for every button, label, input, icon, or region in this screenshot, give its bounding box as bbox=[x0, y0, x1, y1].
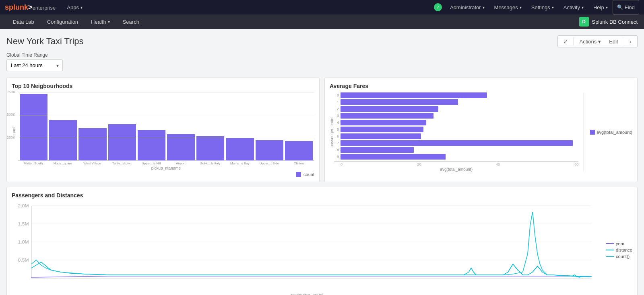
bar-hudson bbox=[49, 120, 77, 160]
hbar-x-axis-label: avg(total_amount) bbox=[334, 167, 578, 172]
bar-west-village bbox=[78, 128, 106, 160]
nav-data-lab[interactable]: Data Lab bbox=[6, 14, 41, 29]
divider bbox=[574, 37, 574, 45]
time-range-label: Global Time Range bbox=[6, 52, 638, 58]
legend-color bbox=[590, 130, 595, 135]
nav-activity[interactable]: Activity ▾ bbox=[559, 0, 588, 14]
legend-color-box bbox=[296, 172, 301, 177]
nav-search[interactable]: Search bbox=[116, 14, 146, 29]
divider bbox=[624, 37, 624, 45]
hbar-row-7: 7 bbox=[334, 140, 578, 146]
app-icon: D bbox=[579, 17, 589, 27]
chevron-down-icon: ▾ bbox=[80, 5, 83, 10]
nav-configuration[interactable]: Configuration bbox=[41, 14, 85, 29]
avg-fares-chart-panel: Average Fares passenger_count 0 1 bbox=[324, 78, 638, 182]
actions-button[interactable]: Actions ▾ bbox=[577, 38, 604, 45]
line-chart-legend: year distance count() bbox=[601, 202, 632, 295]
passengers-chart-title: Passengers and Distances bbox=[12, 192, 632, 199]
svg-text:2.0M: 2.0M bbox=[18, 204, 29, 208]
legend-item-distance: distance bbox=[606, 248, 632, 252]
hbar-chart-bars: 0 1 2 3 bbox=[334, 92, 578, 162]
hbar-row-2: 2 bbox=[334, 106, 578, 112]
line-chart-svg-wrapper: 2.0M 1.5M 1.0M 0.5M bbox=[12, 202, 601, 295]
hbar-x-ticks: 0 20 40 60 bbox=[341, 162, 578, 166]
hbar-row-6: 6 bbox=[334, 133, 578, 139]
bar-turtle bbox=[108, 124, 136, 160]
hbar-row-5: 5 bbox=[334, 127, 578, 132]
expand-button[interactable]: ⤢ bbox=[561, 38, 570, 45]
y-axis-label: count bbox=[12, 127, 16, 136]
svg-text:0.5M: 0.5M bbox=[18, 258, 29, 262]
legend-label: count bbox=[303, 172, 314, 177]
line-chart-area: 2.0M 1.5M 1.0M 0.5M bbox=[12, 202, 632, 295]
x-axis-title: pickup_ntaname bbox=[18, 166, 314, 170]
hbar-row-8: 8 bbox=[334, 147, 578, 153]
chevron-down-icon: ▾ bbox=[582, 5, 584, 10]
bar-upper-east bbox=[256, 140, 283, 160]
legend-item-year: year bbox=[606, 241, 632, 246]
chevron-down-icon: ▾ bbox=[606, 5, 608, 10]
legend-line-count bbox=[606, 256, 614, 257]
avg-fares-chart-title: Average Fares bbox=[330, 83, 632, 89]
charts-row: Top 10 Neigbourhoods count 750K 500K bbox=[6, 78, 638, 182]
main-content: New York Taxi Trips ⤢ Actions ▾ Edit › G… bbox=[0, 29, 644, 295]
hbar-row-4: 4 bbox=[334, 120, 578, 125]
nav-settings[interactable]: Settings ▾ bbox=[526, 0, 559, 14]
svg-text:1.5M: 1.5M bbox=[18, 222, 29, 226]
chart-legend: count bbox=[12, 172, 314, 177]
line-chart-x-label: passenger_count bbox=[12, 292, 601, 295]
edit-button[interactable]: Edit bbox=[607, 38, 620, 45]
time-select-wrapper: Last 24 hours Last 7 days Last 30 days A… bbox=[6, 59, 63, 71]
bar-soho bbox=[196, 136, 224, 160]
line-chart-svg: 2.0M 1.5M 1.0M 0.5M bbox=[12, 202, 601, 290]
legend-line-distance bbox=[606, 250, 614, 250]
legend-item-avg: avg(total_amount) bbox=[590, 130, 632, 135]
legend-line-year bbox=[606, 243, 614, 244]
top-navigation: splunk>enterprise Apps ▾ ✓ Administrator… bbox=[0, 0, 644, 14]
page-title: New York Taxi Trips bbox=[6, 36, 84, 47]
second-navigation: Data Lab Configuration Health ▾ Search D… bbox=[0, 14, 644, 29]
passengers-distances-chart-panel: Passengers and Distances 2.0M 1.5M 1.0M … bbox=[6, 187, 638, 295]
hbar-row-3: 3 bbox=[334, 113, 578, 119]
chevron-right-button[interactable]: › bbox=[627, 38, 634, 45]
neighborhoods-chart-panel: Top 10 Neigbourhoods count 750K 500K bbox=[6, 78, 320, 182]
hbar-chart-legend: avg(total_amount) bbox=[583, 92, 632, 172]
nav-apps[interactable]: Apps ▾ bbox=[62, 0, 87, 14]
chevron-down-icon: ▾ bbox=[552, 5, 554, 10]
bar-clinton bbox=[285, 141, 313, 160]
legend-item-count: count() bbox=[606, 254, 632, 259]
hbar-row-0: 0 bbox=[334, 92, 578, 98]
chevron-down-icon: ▾ bbox=[598, 39, 601, 45]
title-bar: New York Taxi Trips ⤢ Actions ▾ Edit › bbox=[6, 35, 638, 47]
x-axis-labels: Midto...South Huds...quare West Village … bbox=[18, 162, 314, 165]
hbar-y-axis-label: passenger_count bbox=[330, 117, 334, 148]
title-actions-panel: ⤢ Actions ▾ Edit › bbox=[557, 35, 638, 47]
nav-help[interactable]: Help ▾ bbox=[588, 0, 613, 14]
splunk-logo: splunk>enterprise bbox=[5, 3, 56, 12]
time-range-select[interactable]: Last 24 hours Last 7 days Last 30 days A… bbox=[6, 59, 63, 71]
year-line bbox=[31, 276, 592, 277]
bar-chart-bars bbox=[18, 92, 314, 160]
app-name-area: D Splunk DB Connect bbox=[579, 17, 638, 27]
hbar-row-1: 1 bbox=[334, 99, 578, 105]
nav-health[interactable]: Health ▾ bbox=[85, 14, 116, 29]
nav-find[interactable]: 🔍 Find bbox=[613, 0, 639, 14]
bar-midtown bbox=[20, 94, 47, 160]
nav-administrator[interactable]: Administrator ▾ bbox=[445, 0, 489, 14]
svg-text:1.0M: 1.0M bbox=[18, 240, 29, 244]
search-icon: 🔍 bbox=[617, 4, 623, 10]
hbar-row-9: 9 bbox=[334, 154, 578, 160]
nav-messages[interactable]: Messages ▾ bbox=[489, 0, 526, 14]
status-indicator: ✓ bbox=[434, 3, 442, 11]
time-range-section: Global Time Range Last 24 hours Last 7 d… bbox=[6, 52, 638, 71]
chevron-down-icon: ▾ bbox=[483, 5, 485, 10]
neighborhoods-chart-title: Top 10 Neigbourhoods bbox=[12, 83, 314, 89]
top-nav-right: ✓ Administrator ▾ Messages ▾ Settings ▾ … bbox=[434, 0, 639, 14]
bar-murray bbox=[226, 138, 254, 160]
bar-upper-hill bbox=[138, 130, 165, 160]
chevron-down-icon: ▾ bbox=[108, 20, 110, 24]
count-line bbox=[31, 212, 592, 277]
chevron-down-icon: ▾ bbox=[520, 5, 522, 10]
